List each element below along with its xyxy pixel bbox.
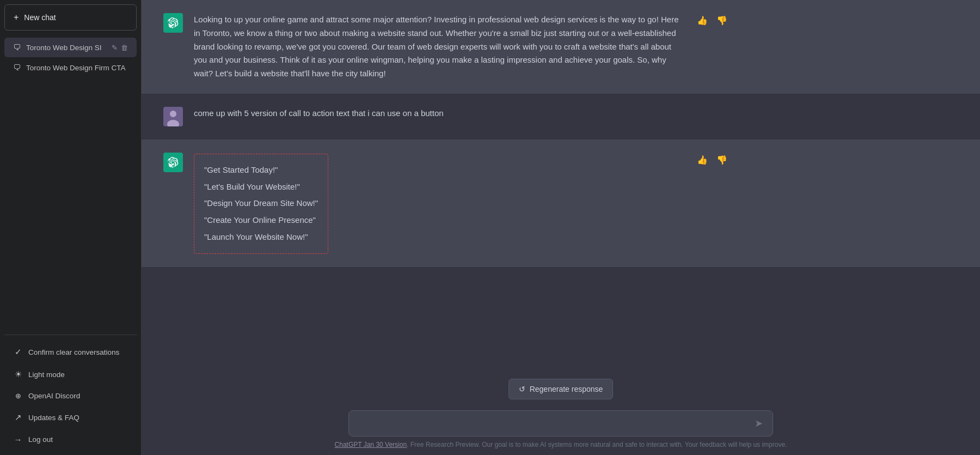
message-text-2: come up with 5 version of call to action… [194,108,444,118]
sidebar-bottom: ✓ Confirm clear conversations ☀ Light mo… [0,338,141,455]
delete-icon[interactable]: 🗑 [121,44,128,52]
check-icon: ✓ [13,347,23,357]
chat-icon: 🗨 [13,63,21,72]
thumbup-button-1[interactable]: 👍 [695,14,710,27]
avatar-user [163,107,183,126]
list-item: "Get Started Today!" [204,162,318,179]
discord-icon: ⊕ [13,392,23,400]
external-link-icon: ↗ [13,412,23,422]
message-row: Looking to up your online game and attra… [142,0,980,94]
chat-icon: 🗨 [13,43,21,52]
sidebar-item-discord[interactable]: ⊕ OpenAI Discord [4,386,137,406]
regenerate-area: ↺ Regenerate response [142,370,980,405]
avatar-gpt [163,13,183,33]
message-content-2: come up with 5 version of call to action… [194,107,684,120]
thumbup-button-3[interactable]: 👍 [695,154,710,166]
sidebar: + New chat 🗨 Toronto Web Design SI ✎ 🗑 🗨… [0,0,142,455]
message-text-1: Looking to up your online game and attra… [194,15,679,78]
message-row: come up with 5 version of call to action… [142,94,980,139]
sidebar-item-light-mode[interactable]: ☀ Light mode [4,363,137,385]
message-row: "Get Started Today!" "Let's Build Your W… [142,139,980,267]
list-item: "Launch Your Website Now!" [204,229,318,246]
list-item: "Create Your Online Presence" [204,212,318,229]
list-item: "Design Your Dream Site Now!" [204,195,318,212]
message-content-1: Looking to up your online game and attra… [194,13,684,81]
thumbdown-button-3[interactable]: 👎 [714,154,730,166]
message-content-3: "Get Started Today!" "Let's Build Your W… [194,153,684,254]
footer-note: ChatGPT Jan 30 Version. Free Research Pr… [335,436,787,455]
sidebar-item-logout[interactable]: → Log out [4,429,137,450]
sidebar-item-chat1[interactable]: 🗨 Toronto Web Design SI ✎ 🗑 [4,38,137,57]
message-actions-1: 👍 👎 [695,13,730,27]
sidebar-item-updates[interactable]: ↗ Updates & FAQ [4,407,137,428]
cta-list-box: "Get Started Today!" "Let's Build Your W… [194,154,328,254]
regenerate-icon: ↺ [519,385,525,393]
chat-item-title: Toronto Web Design SI [26,44,106,52]
send-button[interactable]: ➤ [752,416,765,430]
new-chat-button[interactable]: + New chat [4,4,137,31]
new-chat-label: New chat [24,13,56,22]
sidebar-divider [4,335,137,335]
list-item: "Let's Build Your Website!" [204,179,318,196]
discord-label: OpenAI Discord [28,392,80,400]
confirm-clear-label: Confirm clear conversations [28,348,119,356]
message-actions-3: 👍 👎 [695,153,730,166]
sidebar-item-confirm-clear[interactable]: ✓ Confirm clear conversations [4,341,137,363]
chat-input[interactable] [357,417,752,430]
updates-label: Updates & FAQ [28,414,79,422]
footer-text: . Free Research Preview. Our goal is to … [407,441,787,448]
edit-icon[interactable]: ✎ [112,44,118,52]
chat-item-title: Toronto Web Design Firm CTA [26,64,128,72]
chat-input-wrapper: ➤ [348,410,773,436]
regenerate-label: Regenerate response [530,385,603,393]
main-chat-area: Looking to up your online game and attra… [142,0,980,455]
sun-icon: ☀ [13,369,23,379]
cta-list: "Get Started Today!" "Let's Build Your W… [204,162,318,246]
regenerate-button[interactable]: ↺ Regenerate response [509,379,614,399]
thumbdown-button-1[interactable]: 👎 [714,14,730,27]
input-area: ➤ ChatGPT Jan 30 Version. Free Research … [142,405,980,455]
light-mode-label: Light mode [28,371,65,379]
svg-point-1 [170,111,176,117]
send-icon: ➤ [755,418,763,429]
chat-item-actions: ✎ 🗑 [112,44,128,52]
logout-label: Log out [28,435,53,444]
chat-messages: Looking to up your online game and attra… [142,0,980,370]
avatar-gpt-2 [163,153,183,172]
logout-icon: → [13,435,23,444]
footer-link[interactable]: ChatGPT Jan 30 Version [335,441,407,448]
plus-icon: + [14,13,19,22]
chat-list: 🗨 Toronto Web Design SI ✎ 🗑 🗨 Toronto We… [0,35,141,331]
sidebar-item-chat2[interactable]: 🗨 Toronto Web Design Firm CTA [4,58,137,77]
